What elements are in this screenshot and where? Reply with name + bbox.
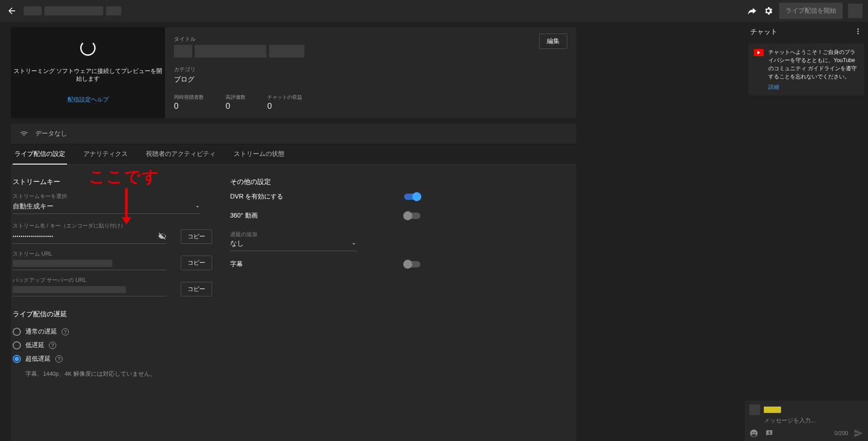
more-vertical-icon[interactable]: [854, 27, 863, 36]
stream-name-key-row: ストリーム名 / キー（エンコーダに貼り付け） ••••••••••••••••…: [13, 222, 212, 244]
stat-viewers: 同時視聴者数 0: [174, 94, 204, 111]
stream-name-key-label: ストリーム名 / キー（エンコーダに貼り付け）: [13, 222, 175, 230]
preview-info-card: ストリーミング ソフトウェアに接続してプレビューを開始します 配信設定ヘルプ タ…: [11, 27, 576, 118]
stat-viewers-label: 同時視聴者数: [174, 94, 204, 101]
visibility-off-icon[interactable]: [158, 232, 167, 241]
category-label: カテゴリ: [174, 66, 567, 73]
stream-key-section-title: ストリームキー: [13, 178, 212, 186]
v360-label: 360° 動画: [230, 212, 258, 220]
help-icon[interactable]: ?: [49, 342, 56, 349]
chat-char-counter: 0/200: [834, 430, 848, 436]
chevron-down-icon: [351, 241, 357, 247]
chat-title: チャット: [750, 28, 777, 36]
stat-likes: 高評価数 0: [226, 94, 246, 111]
chat-welcome-text: チャットへようこそ！ご自身のプライバシーを守るとともに、YouTube のコミュ…: [768, 48, 859, 81]
copy-backup-button[interactable]: コピー: [181, 282, 212, 296]
title-value-redacted: [174, 45, 567, 58]
chat-header: チャット: [745, 22, 868, 42]
spinner-icon: [80, 40, 96, 56]
tab-settings[interactable]: ライブ配信の設定: [13, 144, 67, 165]
copy-url-button[interactable]: コピー: [181, 256, 212, 270]
preview-connect-msg: ストリーミング ソフトウェアに接続してプレビューを開始します: [11, 68, 165, 83]
latency-ultralow-radio[interactable]: 超低遅延 ?: [13, 352, 212, 366]
select-key-label: ストリームキーを選択: [13, 193, 212, 200]
settings-panel: ここです ストリームキー ストリームキーを選択 自動生成キー ストリーム名 / …: [11, 165, 576, 441]
stat-chat-revenue-value: 0: [267, 102, 302, 111]
dvr-toggle[interactable]: [404, 194, 420, 200]
v360-toggle[interactable]: [404, 213, 420, 219]
captions-label: 字幕: [230, 260, 243, 268]
preview-pane: ストリーミング ソフトウェアに接続してプレビューを開始します 配信設定ヘルプ: [11, 27, 165, 117]
help-icon[interactable]: ?: [55, 355, 63, 363]
copy-key-button[interactable]: コピー: [181, 229, 212, 244]
stat-likes-label: 高評価数: [226, 94, 246, 101]
tab-activity[interactable]: 視聴者のアクティビティ: [144, 144, 217, 165]
chevron-down-icon: [194, 204, 201, 210]
stream-url-row: ストリーム URL コピー: [13, 250, 212, 270]
latency-low-radio[interactable]: 低遅延 ?: [13, 339, 212, 352]
backup-url-label: バックアップ サーバーの URL: [13, 276, 175, 284]
window-title-redacted: [24, 6, 121, 15]
chat-welcome-more-link[interactable]: 詳細: [768, 83, 859, 91]
status-text: データなし: [35, 130, 67, 138]
v360-toggle-row: 360° 動画: [230, 212, 420, 220]
tab-health[interactable]: ストリームの状態: [232, 144, 286, 165]
captions-toggle[interactable]: [404, 261, 420, 267]
back-button[interactable]: [5, 5, 18, 17]
stream-url-redacted: [13, 260, 112, 267]
send-icon[interactable]: [854, 428, 863, 438]
stream-key-masked: ••••••••••••••••••••: [13, 234, 53, 239]
emoji-icon[interactable]: [749, 429, 758, 438]
superchat-icon[interactable]: [765, 429, 774, 438]
gear-icon[interactable]: [760, 3, 776, 19]
latency-ultralow-label: 超低遅延: [25, 355, 51, 363]
chat-panel: チャット チャットへようこそ！ご自身のプライバシーを守るとともに、YouTube…: [745, 22, 868, 441]
delay-add-value: なし: [230, 239, 244, 248]
share-icon[interactable]: [744, 3, 760, 19]
stat-chat-revenue: チャットの収益 0: [267, 94, 302, 111]
stat-likes-value: 0: [226, 102, 246, 111]
topbar: ライブ配信を開始: [0, 0, 868, 22]
category-value: ブログ: [174, 75, 567, 84]
latency-note: 字幕、1440p、4K 解像度には対応していません。: [25, 370, 212, 378]
stream-url-label: ストリーム URL: [13, 250, 175, 258]
backup-url-redacted: [13, 286, 126, 293]
edit-button[interactable]: 編集: [539, 34, 567, 49]
stream-key-select[interactable]: 自動生成キー: [13, 200, 201, 214]
preview-help-link[interactable]: 配信設定ヘルプ: [68, 96, 109, 104]
settings-col-right: その他の設定 DVR を有効にする 360° 動画 遅延の追加 なし 字幕: [230, 173, 565, 441]
wifi-icon: [19, 130, 29, 138]
dvr-toggle-row: DVR を有効にする: [230, 193, 420, 201]
tab-analytics[interactable]: アナリティクス: [82, 144, 130, 165]
start-live-button[interactable]: ライブ配信を開始: [779, 3, 843, 19]
stat-chat-revenue-label: チャットの収益: [267, 94, 302, 101]
chat-avatar[interactable]: [749, 404, 760, 415]
chat-input-bar: 0/200: [745, 401, 868, 441]
chat-welcome-card: チャットへようこそ！ご自身のプライバシーを守るとともに、YouTube のコミュ…: [748, 44, 864, 96]
main-column: ストリーミング ソフトウェアに接続してプレビューを開始します 配信設定ヘルプ タ…: [0, 22, 576, 441]
latency-normal-radio[interactable]: 通常の遅延 ?: [13, 325, 212, 339]
delay-add-select[interactable]: なし: [230, 237, 357, 251]
youtube-icon: [754, 49, 764, 56]
account-avatar[interactable]: [848, 4, 863, 18]
stat-viewers-value: 0: [174, 102, 204, 111]
captions-toggle-row: 字幕: [230, 260, 420, 268]
dvr-label: DVR を有効にする: [230, 193, 283, 201]
stats-row: 同時視聴者数 0 高評価数 0 チャットの収益 0: [174, 94, 567, 111]
other-section-title: その他の設定: [230, 178, 565, 186]
latency-low-label: 低遅延: [25, 341, 44, 349]
backup-url-row: バックアップ サーバーの URL コピー: [13, 276, 212, 296]
settings-col-left: ストリームキー ストリームキーを選択 自動生成キー ストリーム名 / キー（エン…: [13, 173, 212, 441]
latency-section-title: ライブ配信の遅延: [13, 310, 212, 319]
stream-key-value: 自動生成キー: [13, 202, 53, 211]
tabs-row: ライブ配信の設定 アナリティクス 視聴者のアクティビティ ストリームの状態: [11, 144, 576, 165]
title-label: タイトル: [174, 35, 567, 43]
latency-normal-label: 通常の遅延: [25, 328, 57, 336]
chat-message-input[interactable]: [749, 415, 863, 426]
help-icon[interactable]: ?: [62, 328, 69, 335]
chat-username-redacted: [764, 407, 781, 413]
status-bar: データなし: [11, 124, 576, 144]
info-pane: タイトル カテゴリ ブログ 同時視聴者数 0 高評価数 0: [165, 27, 576, 118]
